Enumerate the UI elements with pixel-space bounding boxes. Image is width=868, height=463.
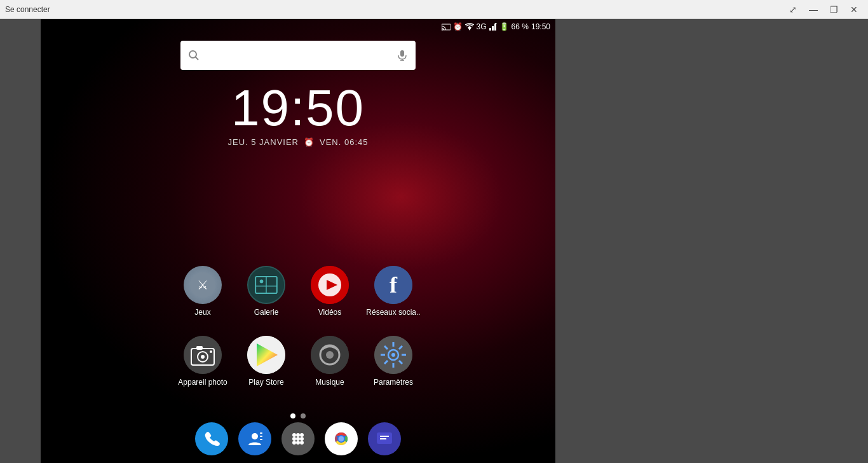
dock-phone[interactable]: [195, 422, 228, 455]
musique-icon: [311, 336, 349, 374]
app-musique[interactable]: Musique: [301, 331, 358, 401]
playstore-label: Play Store: [248, 378, 283, 387]
svg-point-63: [339, 436, 344, 441]
clock-display: 19:50 JEU. 5 JANVIER ⏰ VEN. 06:45: [227, 83, 368, 147]
svg-rect-9: [400, 50, 404, 57]
svg-point-55: [300, 437, 304, 441]
svg-rect-28: [196, 346, 203, 350]
search-input[interactable]: [205, 50, 391, 61]
wifi-icon: [465, 23, 474, 31]
app-grid: ⚔ Jeux Galerie: [174, 261, 422, 401]
android-screen: ⏰ 3G 🔋 66 % 19:50: [41, 19, 555, 463]
svg-text:f: f: [390, 272, 398, 298]
svg-point-52: [300, 433, 304, 437]
svg-point-58: [300, 441, 304, 445]
search-bar[interactable]: [180, 41, 416, 70]
dock-contacts[interactable]: [238, 422, 271, 455]
galerie-label: Galerie: [254, 308, 279, 317]
svg-point-18: [260, 280, 264, 284]
maximize-button[interactable]: ❐: [825, 3, 843, 16]
dock-apps[interactable]: [281, 422, 315, 455]
svg-point-34: [326, 351, 334, 359]
svg-point-54: [296, 437, 300, 441]
title-bar: Se connecter ⤢ — ❐ ✕: [0, 0, 868, 19]
status-icons: ⏰ 3G 🔋 66 % 19:50: [442, 22, 550, 31]
reseaux-icon: f: [374, 266, 412, 304]
dock: [185, 417, 411, 460]
clock-time: 19:50: [227, 83, 368, 134]
close-button[interactable]: ✕: [845, 3, 863, 16]
window-controls: ⤢ — ❐ ✕: [784, 3, 863, 16]
reseaux-label: Réseaux socia..: [366, 308, 420, 317]
battery-icon: 🔋: [499, 22, 509, 31]
appareil-icon: [184, 336, 222, 374]
svg-point-56: [292, 441, 296, 445]
cast-icon: [442, 23, 451, 31]
svg-rect-3: [489, 28, 491, 31]
parametres-label: Paramètres: [374, 378, 413, 387]
dock-messages[interactable]: [368, 422, 401, 455]
app-parametres[interactable]: Paramètres: [365, 331, 422, 401]
appareil-label: Appareil photo: [178, 378, 227, 387]
svg-point-37: [391, 353, 395, 357]
search-icon: [188, 50, 200, 61]
galerie-icon: [247, 266, 285, 304]
svg-rect-47: [260, 432, 262, 434]
svg-point-46: [252, 433, 258, 439]
svg-point-57: [296, 441, 300, 445]
app-videos[interactable]: Vidéos: [301, 261, 358, 331]
svg-point-29: [210, 350, 212, 353]
app-appareil[interactable]: Appareil photo: [174, 331, 231, 401]
minimize-button[interactable]: —: [804, 3, 822, 16]
clock-status: 19:50: [531, 22, 550, 31]
svg-point-1: [442, 29, 443, 31]
battery-percent: 66 %: [512, 22, 529, 31]
svg-rect-0: [442, 24, 451, 30]
jeux-label: Jeux: [194, 308, 210, 317]
svg-point-27: [201, 355, 205, 359]
svg-rect-48: [260, 436, 262, 437]
videos-label: Vidéos: [318, 308, 341, 317]
svg-marker-2: [468, 26, 471, 31]
signal-icon: [489, 23, 497, 31]
status-bar: ⏰ 3G 🔋 66 % 19:50: [41, 19, 555, 34]
svg-rect-49: [260, 439, 262, 440]
svg-rect-4: [492, 26, 494, 31]
jeux-icon: ⚔: [184, 266, 222, 304]
svg-line-8: [196, 57, 199, 60]
alarm-time: VEN. 06:45: [320, 137, 369, 147]
resize-button[interactable]: ⤢: [784, 3, 802, 16]
svg-point-53: [292, 437, 296, 441]
dock-chrome[interactable]: [325, 422, 358, 455]
videos-icon: [311, 266, 349, 304]
window-title: Se connecter: [5, 5, 50, 14]
svg-point-50: [292, 433, 296, 437]
clock-date: JEU. 5 JANVIER ⏰ VEN. 06:45: [227, 137, 368, 147]
app-galerie[interactable]: Galerie: [238, 261, 295, 331]
microphone-icon[interactable]: [397, 50, 408, 61]
musique-label: Musique: [315, 378, 344, 387]
svg-point-7: [189, 51, 196, 58]
alarm-icon: ⏰: [453, 22, 463, 31]
svg-point-51: [296, 433, 300, 437]
alarm-clock-icon: ⏰: [304, 137, 315, 147]
playstore-icon: [247, 336, 285, 374]
app-jeux[interactable]: ⚔ Jeux: [174, 261, 231, 331]
app-reseaux[interactable]: f Réseaux socia..: [365, 261, 422, 331]
svg-text:⚔: ⚔: [197, 278, 208, 292]
date-text: JEU. 5 JANVIER: [227, 137, 299, 147]
network-label: 3G: [477, 22, 487, 31]
app-playstore[interactable]: Play Store: [238, 331, 295, 401]
parametres-icon: [374, 336, 412, 374]
svg-rect-5: [494, 24, 496, 31]
